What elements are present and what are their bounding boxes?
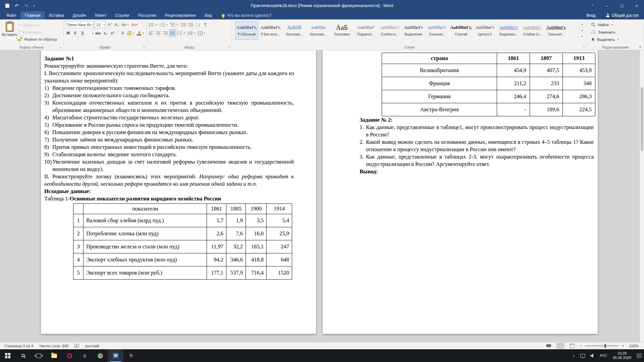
undo-icon[interactable]: ↶ [15, 3, 19, 8]
ribbon-tab-5[interactable]: Ссылки [111, 11, 133, 19]
numbering-button[interactable]: 123▾ [159, 21, 169, 28]
print-layout-button[interactable] [556, 343, 565, 349]
volume-tray-button[interactable] [588, 349, 597, 362]
network-tray-button[interactable] [578, 349, 588, 362]
bullets-button[interactable]: ▾ [148, 21, 158, 28]
style-card[interactable]: АаБбВеГгВыделение [402, 21, 425, 40]
ribbon-tab-7[interactable]: Рецензирование [160, 11, 200, 19]
text-effects-button[interactable]: А [119, 29, 126, 37]
taskbar-app-explorer[interactable] [46, 349, 62, 362]
grow-font-button[interactable]: А▴ [106, 21, 113, 28]
increase-indent-button[interactable] [187, 21, 194, 28]
ribbon-tab-8[interactable]: Вид [200, 11, 216, 19]
shading-button[interactable]: ▾ [187, 29, 197, 37]
style-card[interactable]: АаБбВвЗаголово... [307, 21, 330, 40]
align-right-button[interactable] [162, 29, 169, 37]
read-mode-button[interactable] [544, 343, 553, 349]
search-button[interactable] [15, 349, 31, 362]
zoom-in-button[interactable]: + [622, 343, 624, 348]
taskbar-app-opera[interactable] [62, 349, 77, 362]
share-button[interactable]: Общий доступ [601, 11, 644, 19]
font-name-select[interactable]: Times New Roman ▾ [65, 21, 94, 28]
proofing-errors-icon[interactable] [71, 344, 82, 348]
taskbar-app-edge[interactable]: e [77, 349, 93, 362]
underline-button[interactable]: Ч [79, 29, 86, 37]
zoom-slider-thumb[interactable] [604, 344, 606, 348]
italic-button[interactable]: К [72, 29, 78, 37]
sign-in-button[interactable]: Вход [581, 11, 601, 19]
style-card[interactable]: АаБЗаголовок [330, 21, 354, 40]
taskbar-app-chrome[interactable] [93, 349, 108, 362]
clear-formatting-button[interactable]: А [130, 21, 138, 28]
ribbon-display-options-icon[interactable]: ⌃ [585, 0, 600, 11]
align-center-button[interactable] [155, 29, 162, 37]
justify-button[interactable] [169, 29, 176, 37]
find-button[interactable]: Найти▾ [588, 21, 642, 28]
sort-button[interactable]: АЯ [195, 21, 202, 28]
replace-button[interactable]: аб Заменить [588, 29, 642, 35]
highlight-button[interactable]: ▾ [126, 29, 136, 37]
clock[interactable]: 10:29 05.06.2020 [610, 351, 634, 360]
align-left-button[interactable] [148, 29, 155, 37]
clipboard-dialog-launcher-icon[interactable]: ↘ [59, 45, 62, 49]
paste-button[interactable]: Вставить ▾ [1, 20, 18, 45]
ribbon-tab-6[interactable]: Рассылки [133, 11, 160, 19]
collapse-ribbon-icon[interactable]: ∧ [639, 45, 641, 49]
style-card[interactable]: АаБбВвГг,¶ Без инте... [259, 21, 282, 40]
style-card[interactable]: АаБбВвГг,Сильная... [545, 21, 568, 40]
style-card[interactable]: АаБбВЗаголово... [283, 21, 306, 40]
language-status[interactable]: русский [82, 344, 102, 348]
copy-button[interactable]: Копировать [18, 29, 57, 35]
gallery-more-icon[interactable]: ▼ [579, 34, 585, 39]
document-page-4[interactable]: страна186118971913Великобритания454,9407… [323, 50, 598, 334]
zoom-level[interactable]: 116% [627, 344, 639, 348]
ribbon-tab-1[interactable]: Главная [21, 11, 45, 19]
style-card[interactable]: АаБбВвГгСлабое в... [378, 21, 401, 40]
save-icon[interactable] [5, 4, 9, 8]
shrink-font-button[interactable]: А▾ [113, 21, 120, 28]
superscript-button[interactable]: x² [109, 29, 116, 37]
multilevel-list-button[interactable]: ▾ [169, 21, 179, 28]
decrease-indent-button[interactable] [180, 21, 187, 28]
qat-customize-icon[interactable]: ▾ [33, 4, 35, 7]
show-marks-button[interactable]: ¶ [202, 21, 209, 28]
action-center-button[interactable] [634, 349, 644, 362]
paragraph-dialog-launcher-icon[interactable]: ↘ [227, 45, 231, 49]
vertical-scrollbar[interactable] [640, 50, 644, 342]
styles-dialog-launcher-icon[interactable]: ↘ [582, 45, 586, 49]
close-button[interactable]: × [629, 0, 644, 11]
change-case-button[interactable]: Аа▾ [120, 21, 130, 28]
redo-icon[interactable]: ↷ [24, 3, 28, 8]
gallery-up-icon[interactable]: ▴ [579, 21, 585, 27]
ribbon-tab-4[interactable]: Макет [91, 11, 111, 19]
word-count[interactable]: Число слов: 848 [36, 344, 71, 348]
style-card[interactable]: АаБбВвГгЦитата 2 [473, 21, 496, 40]
tell-me-box[interactable]: Что вы хотите сделать? [222, 11, 272, 19]
start-button[interactable] [0, 349, 15, 362]
task-view-button[interactable] [31, 349, 46, 362]
taskbar-app-player[interactable] [123, 349, 139, 362]
style-card[interactable]: АаБбВвГПодзагол... [354, 21, 377, 40]
document-page-3[interactable]: Задание №1 Реконструируйте экономическую… [41, 50, 316, 334]
style-card[interactable]: АаБбВвГг,Слабая сс... [521, 21, 544, 40]
select-button[interactable]: Выделить▾ [588, 36, 642, 43]
language-indicator[interactable]: РУС [597, 349, 610, 362]
ribbon-tab-2[interactable]: Вставка [45, 11, 68, 19]
scrollbar-thumb[interactable] [641, 87, 643, 151]
line-spacing-button[interactable]: ▾ [176, 29, 186, 37]
font-size-select[interactable]: 12 ▾ [95, 21, 106, 28]
subscript-button[interactable]: x₂ [102, 29, 109, 37]
gallery-down-icon[interactable]: ▾ [579, 27, 585, 34]
page-indicator[interactable]: Страница 3 из 4 [1, 344, 36, 348]
zoom-out-button[interactable]: − [580, 343, 582, 348]
font-dialog-launcher-icon[interactable]: ↘ [142, 45, 146, 49]
maximize-button[interactable]: □ [614, 0, 629, 11]
style-card[interactable]: АаБбВвГг,Строгий [449, 21, 473, 40]
style-card[interactable]: АаБбВеГгВыделенн... [497, 21, 520, 40]
taskbar-app-word[interactable]: W [108, 349, 123, 362]
ribbon-tab-3[interactable]: Дизайн [68, 11, 91, 19]
style-card[interactable]: АаБбВеГгСильное... [426, 21, 449, 40]
ribbon-tab-0[interactable]: Файл [2, 11, 21, 19]
font-color-button[interactable]: А▾ [136, 29, 145, 37]
style-card[interactable]: АаБбВвГг,¶ Обычный [235, 21, 258, 40]
